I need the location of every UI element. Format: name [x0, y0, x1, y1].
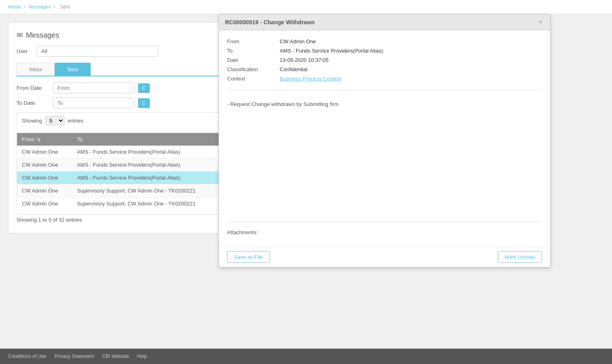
meta-context-value[interactable]: Business Process Context	[280, 76, 542, 82]
meta-date-value: 13-05-2020 10:37:05	[280, 57, 542, 63]
cell-to: Supervisory Support; CW Admin One - TK02…	[72, 197, 226, 210]
entries-label: entries	[68, 118, 83, 124]
meta-to-value: AMS - Funds Service Providers(Portal Ali…	[280, 48, 542, 54]
tab-sent[interactable]: Sent	[55, 63, 91, 76]
breadcrumb-home[interactable]: Home	[8, 4, 21, 10]
to-date-label: To Date:	[17, 100, 49, 106]
meta-context-label: Context	[227, 76, 276, 82]
table-row[interactable]: CW Admin One AMS - Funds Service Provide…	[17, 146, 226, 159]
from-date-input[interactable]	[53, 83, 134, 93]
cell-from: CW Admin One	[17, 159, 72, 171]
cell-from: CW Admin One	[17, 184, 72, 197]
tabs: Inbox Sent	[17, 63, 226, 76]
meta-to-label: To	[227, 48, 276, 54]
meta-classification-value: Confidential	[280, 66, 542, 72]
to-date-clear-button[interactable]: C	[138, 98, 150, 108]
showing-label: Showing	[22, 118, 42, 124]
user-input[interactable]	[37, 46, 158, 57]
cell-to: AMS - Funds Service Providers(Portal Ali…	[72, 171, 226, 184]
page-title: Messages	[26, 31, 59, 40]
modal-body: From CW Admin One To AMS - Funds Service…	[219, 30, 550, 247]
meta-classification-label: Classification	[227, 66, 276, 72]
table-row[interactable]: CW Admin One AMS - Funds Service Provide…	[17, 171, 226, 184]
cell-to: AMS - Funds Service Providers(Portal Ali…	[72, 159, 226, 171]
mark-unread-button[interactable]: Mark Unread	[498, 251, 542, 263]
modal-divider	[227, 90, 542, 90]
col-from[interactable]: From ⇅	[17, 133, 72, 146]
modal-message-body: - Request Change withdrawn by Submitting…	[227, 96, 542, 218]
sort-from-icon: ⇅	[37, 138, 40, 142]
breadcrumb-sent: Sent	[60, 4, 70, 10]
cell-from: CW Admin One	[17, 146, 72, 159]
breadcrumb-sep2: ›	[54, 4, 55, 10]
cell-to: AMS - Funds Service Providers(Portal Ali…	[72, 146, 226, 159]
user-label: User	[17, 48, 33, 54]
envelope-icon: ✉	[17, 31, 23, 40]
to-date-row: To Date: C	[17, 97, 226, 108]
modal-title: RC00000519 - Change Withdrawn	[225, 19, 315, 25]
from-date-row: From Date: C	[17, 83, 226, 93]
message-detail-modal: RC00000519 - Change Withdrawn × From CW …	[219, 14, 550, 267]
modal-close-button[interactable]: ×	[537, 19, 544, 26]
to-date-input[interactable]	[53, 97, 134, 108]
from-date-label: From Date:	[17, 85, 49, 91]
breadcrumb: Home › Messages › Sent	[0, 0, 612, 14]
cell-from: CW Admin One	[17, 171, 72, 184]
cell-from: CW Admin One	[17, 197, 72, 210]
table-row[interactable]: CW Admin One Supervisory Support; CW Adm…	[17, 184, 226, 197]
modal-header: RC00000519 - Change Withdrawn ×	[219, 15, 550, 30]
from-date-clear-button[interactable]: C	[138, 83, 150, 93]
col-to[interactable]: To	[72, 133, 226, 146]
showing-row: Showing 5 10 25 50 entries	[17, 112, 226, 129]
table-row[interactable]: CW Admin One Supervisory Support; CW Adm…	[17, 197, 226, 210]
user-filter-row: User	[17, 46, 226, 57]
meta-from-label: From	[227, 38, 276, 44]
cell-to: Supervisory Support; CW Admin One - TK02…	[72, 184, 226, 197]
meta-date-label: Date	[227, 57, 276, 63]
save-as-file-button[interactable]: Save as File	[227, 251, 270, 263]
modal-attachments: Attachments:	[227, 226, 542, 239]
table-row[interactable]: CW Admin One AMS - Funds Service Provide…	[17, 159, 226, 171]
messages-table: From ⇅ To CW Admin One AMS - Funds Servi…	[17, 133, 226, 210]
modal-actions: Save as File Mark Unread	[219, 247, 550, 267]
messages-title: ✉ Messages	[17, 31, 226, 40]
tab-inbox[interactable]: Inbox	[17, 63, 55, 76]
modal-footer-divider	[227, 222, 542, 222]
pagination-text: Showing 1 to 5 of 32 entries	[17, 214, 226, 225]
breadcrumb-sep1: ›	[24, 4, 26, 10]
messages-panel: ✉ Messages User Inbox Sent From Date: C …	[8, 22, 235, 233]
entries-select[interactable]: 5 10 25 50	[45, 116, 64, 125]
breadcrumb-messages[interactable]: Messages	[29, 4, 51, 10]
meta-from-value: CW Admin One	[280, 38, 542, 44]
modal-meta: From CW Admin One To AMS - Funds Service…	[227, 38, 542, 82]
